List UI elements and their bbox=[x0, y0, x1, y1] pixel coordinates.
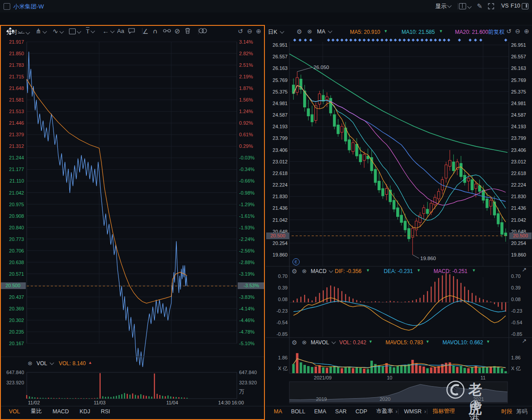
right-tab-CDP[interactable]: CDP bbox=[356, 408, 367, 415]
pitchfork-tool[interactable]: ⋔ bbox=[36, 27, 46, 35]
left-tab-量比[interactable]: 量比 bbox=[31, 408, 42, 415]
vs-button[interactable]: VS bbox=[501, 3, 509, 9]
right-tab-SAR[interactable]: SAR bbox=[335, 408, 347, 415]
navigator-year-label: 2019 bbox=[312, 396, 331, 403]
arrow-tool[interactable]: ← bbox=[102, 27, 114, 35]
left-pct-tick: 1.87% bbox=[239, 85, 253, 92]
angle-tool[interactable]: ∠ bbox=[142, 28, 148, 36]
left-pct-tick: -1.61% bbox=[239, 213, 255, 220]
left-price-tick: 20.706 bbox=[1, 248, 24, 254]
right-price-tick: 26.557 bbox=[511, 53, 526, 60]
ma5-value[interactable]: MA5: 20.910 bbox=[350, 29, 380, 35]
ma5-down-triangle-icon: ▼ bbox=[384, 29, 388, 33]
pencil-icon[interactable]: ✎ bbox=[477, 2, 483, 10]
right-price-tick: 22.224 bbox=[267, 182, 288, 188]
fullscreen-icon[interactable] bbox=[488, 3, 494, 9]
more-arrow-icon[interactable]: › bbox=[424, 408, 426, 415]
left-tab-KDJ[interactable]: KDJ bbox=[80, 408, 90, 415]
macd-indicator-dropdown[interactable]: MACD bbox=[311, 268, 333, 274]
macd-tick: -0.85 bbox=[511, 331, 522, 338]
right-price-tick: 22.618 bbox=[267, 170, 288, 177]
trading-app-window: 小米集团-W 显示 ✎ VS F10 — ⋔ ∿ T ← bbox=[0, 0, 532, 420]
mavol-vol-value[interactable]: VOL: 0.242 bbox=[339, 339, 366, 346]
gear-icon[interactable]: ⚙ bbox=[292, 268, 297, 275]
mavol-indicator-dropdown[interactable]: MAVOL bbox=[311, 339, 335, 346]
left-pct-tick: 0.61% bbox=[239, 131, 253, 138]
panel-toggle-icon[interactable] bbox=[522, 3, 528, 9]
move-tool-icon[interactable] bbox=[6, 27, 14, 35]
pattern-tool[interactable] bbox=[69, 28, 81, 35]
left-vol-tick: 647.840 bbox=[2, 369, 24, 376]
macd-tick: -0.54 bbox=[511, 319, 522, 326]
symbol-title[interactable]: 小米集团-W bbox=[13, 3, 44, 11]
comment-tool-icon[interactable] bbox=[128, 28, 135, 34]
more-arrow-icon[interactable]: › bbox=[395, 408, 397, 415]
mavol10-value[interactable]: MAVOL10: 0.662 bbox=[443, 339, 483, 346]
close-indicator-icon[interactable]: ⊗ bbox=[302, 268, 307, 274]
link-tool-icon[interactable] bbox=[163, 28, 171, 33]
zoom-in-icon[interactable]: ⊕ bbox=[256, 28, 261, 35]
undo-icon[interactable]: ↺ bbox=[506, 28, 512, 35]
corner-tab-chips[interactable]: 筹码 bbox=[516, 408, 528, 416]
magnet-tool[interactable]: ∩ bbox=[153, 27, 158, 35]
macd-value[interactable]: MACD: -0.251 bbox=[434, 268, 467, 274]
right-tab-BOLL[interactable]: BOLL bbox=[291, 408, 305, 415]
zoom-out-icon[interactable]: ⊖ bbox=[247, 28, 252, 35]
right-price-tick: 24.981 bbox=[511, 100, 526, 107]
left-tab-MACD[interactable]: MACD bbox=[53, 408, 69, 415]
right-tab-WMSR[interactable]: WMSR bbox=[404, 408, 422, 415]
mavol5-value[interactable]: MAVOL5: 0.783 bbox=[386, 339, 423, 346]
window-icon[interactable] bbox=[4, 3, 10, 10]
left-tab-RSI[interactable]: RSI bbox=[101, 408, 110, 415]
chevron-down-icon[interactable] bbox=[467, 4, 472, 9]
corner-tab-period[interactable]: 时段 bbox=[501, 408, 512, 416]
zoom-in-icon[interactable]: ⊕ bbox=[524, 28, 529, 35]
dif-value[interactable]: DIF: -0.356 bbox=[335, 268, 361, 274]
right-tab-指标管理[interactable]: 指标管理 bbox=[433, 408, 455, 415]
wave-tool[interactable]: ∿ bbox=[53, 27, 63, 35]
dea-down-triangle-icon: ▼ bbox=[417, 268, 421, 273]
compare-tool-icon[interactable] bbox=[199, 28, 207, 33]
f10-button[interactable]: F10 bbox=[511, 3, 520, 9]
projection-tool[interactable]: T bbox=[86, 27, 94, 35]
right-vol-tick: 323.920 bbox=[239, 379, 257, 386]
right-tab-EMA[interactable]: EMA bbox=[314, 408, 326, 415]
expand-pane-icon[interactable]: ↗ bbox=[522, 338, 527, 344]
left-price-tick: 20.975 bbox=[1, 201, 24, 208]
close-indicator-icon[interactable]: ⊗ bbox=[28, 360, 32, 367]
vol-indicator-dropdown[interactable]: VOL bbox=[37, 360, 53, 367]
right-price-tick: 24.587 bbox=[511, 112, 526, 118]
zoom-out-icon[interactable]: ⊖ bbox=[515, 28, 520, 35]
right-price-tick: 19.860 bbox=[267, 252, 288, 258]
text-tool[interactable]: Aa bbox=[117, 28, 124, 34]
expand-pane-icon[interactable]: ↗ bbox=[522, 266, 527, 273]
ma-group-dropdown[interactable]: MA bbox=[317, 29, 332, 35]
ma10-value[interactable]: MA10: 21.585 bbox=[402, 29, 435, 35]
trash-icon[interactable] bbox=[185, 28, 191, 34]
adjust-mode-link[interactable]: 前复权 bbox=[488, 29, 505, 36]
event-badge[interactable]: E bbox=[292, 258, 300, 265]
dea-value[interactable]: DEA: -0.231 bbox=[384, 268, 413, 274]
close-indicator-icon[interactable]: ⊗ bbox=[307, 28, 312, 35]
gear-icon[interactable]: ⚙ bbox=[292, 339, 297, 346]
hide-drawings-tool[interactable]: ⊘ bbox=[175, 27, 180, 35]
display-menu[interactable]: 显示 bbox=[435, 3, 451, 10]
layout-columns-icon[interactable] bbox=[459, 3, 466, 9]
right-tab-市盈率[interactable]: 市盈率 bbox=[376, 408, 393, 415]
left-price-tick: 21.648 bbox=[1, 85, 24, 92]
right-chart-mode-dropdown[interactable]: 日K bbox=[268, 29, 284, 36]
time-axis-label: 11/02 bbox=[24, 400, 44, 406]
left-price-tick: 20.571 bbox=[1, 271, 24, 277]
trendline-tool[interactable]: — bbox=[18, 29, 29, 36]
close-indicator-icon[interactable]: ⊗ bbox=[302, 339, 307, 346]
right-ref-price-tag-right: 20.500 bbox=[509, 232, 532, 239]
vol-current-value[interactable]: VOL: 8.140 bbox=[59, 360, 86, 367]
right-indicator-tabs: MABOLLEMASARCDP市盈率›WMSR›指标管理 bbox=[274, 408, 464, 415]
right-tab-MA[interactable]: MA bbox=[274, 408, 282, 415]
left-tab-VOL[interactable]: VOL bbox=[9, 408, 20, 415]
gear-icon[interactable]: ⚙ bbox=[296, 28, 302, 35]
tiger-logo-icon bbox=[445, 379, 466, 400]
right-price-tick: 26.951 bbox=[511, 42, 526, 49]
undo-icon[interactable]: ↺ bbox=[238, 28, 243, 35]
ma20-value[interactable]: MA20: 21.600 bbox=[455, 29, 488, 35]
